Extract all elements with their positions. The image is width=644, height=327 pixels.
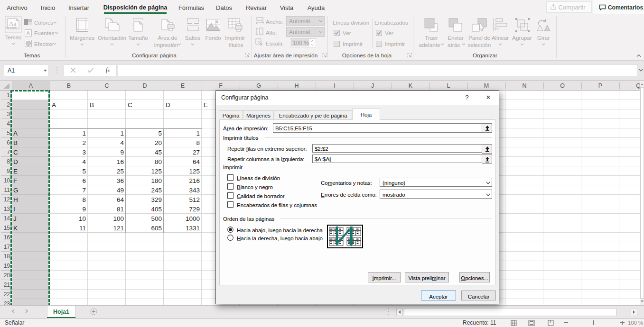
svg-text:A: A [26,30,30,36]
svg-text:Aa: Aa [9,20,16,27]
